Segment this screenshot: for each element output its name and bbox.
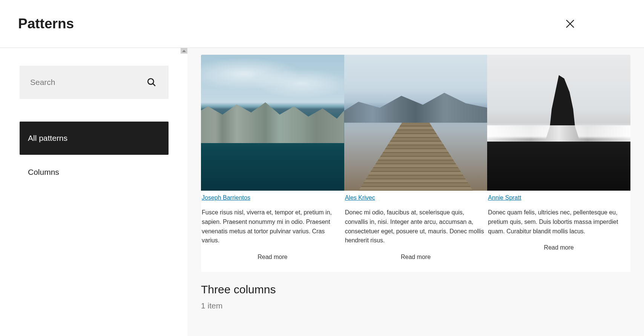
svg-line-3 <box>153 83 155 86</box>
main-inner: Joseph Barrientos Fusce risus nisl, vive… <box>194 55 637 336</box>
column-2: Ales Krivec Donec mi odio, faucibus at, … <box>344 55 488 272</box>
author-link[interactable]: Annie Spratt <box>488 194 521 201</box>
column-content: Annie Spratt Donec quam felis, ultricies… <box>487 191 630 262</box>
column-3: Annie Spratt Donec quam felis, ultricies… <box>487 55 630 272</box>
column-description: Donec quam felis, ultricies nec, pellent… <box>488 208 630 236</box>
read-more-link[interactable]: Read more <box>202 254 343 260</box>
header: Patterns <box>0 0 644 48</box>
column-image <box>487 55 630 191</box>
page-title: Patterns <box>18 16 74 32</box>
column-content: Joseph Barrientos Fusce risus nisl, vive… <box>201 191 344 272</box>
column-description: Fusce risus nisl, viverra et, tempor et,… <box>202 208 343 245</box>
search-box <box>20 66 169 99</box>
column-1: Joseph Barrientos Fusce risus nisl, vive… <box>201 55 344 272</box>
pattern-preview-card[interactable]: Joseph Barrientos Fusce risus nisl, vive… <box>201 55 630 272</box>
author-link[interactable]: Joseph Barrientos <box>202 194 250 201</box>
sidebar-item-columns[interactable]: Columns <box>20 156 169 189</box>
read-more-link[interactable]: Read more <box>488 244 630 251</box>
sidebar-item-label: All patterns <box>28 134 67 143</box>
section-count: 1 item <box>201 301 637 310</box>
close-icon <box>564 18 576 29</box>
close-button[interactable] <box>563 17 577 31</box>
section-title: Three columns <box>201 283 637 296</box>
sidebar-item-all-patterns[interactable]: All patterns <box>20 122 169 155</box>
column-content: Ales Krivec Donec mi odio, faucibus at, … <box>344 191 488 272</box>
svg-point-2 <box>148 79 153 84</box>
author-link[interactable]: Ales Krivec <box>345 194 375 201</box>
sidebar: All patterns Columns <box>0 48 187 336</box>
column-description: Donec mi odio, faucibus at, scelerisque … <box>345 208 487 245</box>
search-icon <box>147 77 156 87</box>
columns-row: Joseph Barrientos Fusce risus nisl, vive… <box>201 55 630 272</box>
search-input[interactable] <box>30 78 158 87</box>
body: All patterns Columns Joseph Barrientos F… <box>0 48 644 336</box>
read-more-link[interactable]: Read more <box>345 254 487 260</box>
column-image <box>344 55 488 191</box>
column-image <box>201 55 344 191</box>
scroll-up-indicator[interactable] <box>181 48 187 54</box>
sidebar-item-label: Columns <box>28 168 59 177</box>
main-content: Joseph Barrientos Fusce risus nisl, vive… <box>187 48 644 336</box>
